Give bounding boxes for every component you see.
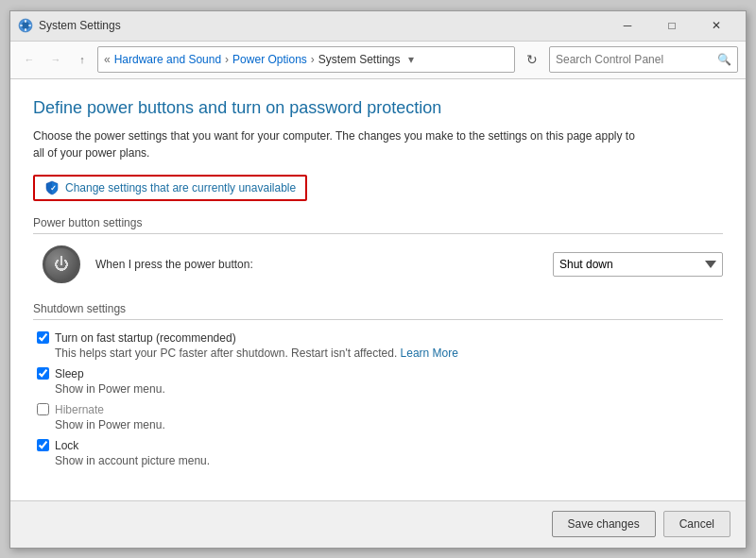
footer: Save changes Cancel (10, 500, 746, 548)
lock-item: Lock Show in account picture menu. (33, 439, 723, 467)
lock-sublabel: Show in account picture menu. (37, 454, 723, 467)
svg-point-1 (22, 22, 29, 29)
window-controls: ─ □ ✕ (606, 10, 738, 41)
lock-label: Lock (55, 439, 78, 452)
power-action-dropdown[interactable]: Shut down Sleep Hibernate Turn off the d… (553, 252, 723, 277)
sleep-label: Sleep (55, 367, 84, 380)
save-changes-button[interactable]: Save changes (552, 511, 656, 537)
back-button[interactable]: ← (18, 48, 41, 71)
content-area: Define power buttons and turn on passwor… (10, 79, 746, 500)
minimize-button[interactable]: ─ (606, 10, 649, 41)
power-button-section-header: Power button settings (33, 216, 723, 234)
refresh-button[interactable]: ↻ (519, 46, 545, 73)
svg-rect-3 (25, 28, 26, 31)
close-button[interactable]: ✕ (695, 10, 738, 41)
cancel-button[interactable]: Cancel (663, 511, 730, 537)
svg-rect-5 (28, 25, 31, 26)
fast-startup-checkbox[interactable] (37, 331, 49, 344)
shutdown-section: Shutdown settings Turn on fast startup (… (33, 302, 723, 467)
power-button-section: Power button settings ⏻ When I press the… (33, 216, 723, 283)
fast-startup-sublabel: This helps start your PC faster after sh… (37, 347, 723, 360)
power-icon: ⏻ (43, 245, 80, 283)
search-input[interactable] (556, 53, 717, 66)
maximize-button[interactable]: □ (650, 10, 694, 41)
hibernate-row: Hibernate (37, 403, 723, 416)
breadcrumb-prefix: « (104, 53, 111, 66)
window-title: System Settings (39, 19, 606, 32)
power-button-row: ⏻ When I press the power button: Shut do… (33, 245, 723, 283)
hibernate-item: Hibernate Show in Power menu. (33, 403, 723, 431)
power-button-label: When I press the power button: (95, 258, 538, 271)
search-box: 🔍 (549, 46, 738, 73)
sleep-checkbox[interactable] (37, 367, 49, 380)
breadcrumb-sep1: › (225, 53, 229, 66)
search-icon: 🔍 (717, 53, 731, 66)
shield-icon: ✓ (44, 180, 60, 195)
hibernate-checkbox[interactable] (37, 403, 49, 415)
breadcrumb-dropdown-arrow[interactable]: ▾ (408, 53, 414, 66)
learn-more-link[interactable]: Learn More (401, 347, 458, 360)
power-symbol: ⏻ (54, 257, 69, 272)
breadcrumb-hardware-sound[interactable]: Hardware and Sound (114, 53, 221, 66)
title-bar: System Settings ─ □ ✕ (10, 11, 746, 42)
shutdown-section-header: Shutdown settings (33, 302, 723, 320)
address-bar: ← → ↑ « Hardware and Sound › Power Optio… (10, 42, 746, 79)
hibernate-label: Hibernate (55, 403, 104, 416)
svg-text:✓: ✓ (50, 184, 57, 193)
breadcrumb-sep2: › (311, 53, 315, 66)
sleep-sublabel: Show in Power menu. (37, 382, 723, 396)
page-title: Define power buttons and turn on passwor… (33, 98, 723, 118)
svg-rect-4 (20, 25, 23, 26)
breadcrumb-current-page: System Settings (318, 53, 401, 66)
system-settings-window: System Settings ─ □ ✕ ← → ↑ « Hardware a… (9, 10, 747, 549)
breadcrumb-power-options[interactable]: Power Options (232, 53, 307, 66)
sleep-row: Sleep (37, 367, 723, 380)
hibernate-sublabel: Show in Power menu. (37, 418, 723, 431)
lock-checkbox[interactable] (37, 439, 49, 451)
svg-rect-2 (25, 20, 26, 23)
fast-startup-label: Turn on fast startup (recommended) (55, 331, 236, 345)
window-icon (18, 18, 33, 33)
up-button[interactable]: ↑ (71, 48, 94, 71)
change-settings-button[interactable]: ✓ Change settings that are currently una… (33, 175, 307, 201)
fast-startup-item: Turn on fast startup (recommended) This … (33, 331, 723, 360)
forward-button[interactable]: → (44, 48, 67, 71)
lock-row: Lock (37, 439, 723, 452)
fast-startup-row: Turn on fast startup (recommended) (37, 331, 723, 345)
change-settings-label: Change settings that are currently unava… (65, 181, 296, 194)
sleep-item: Sleep Show in Power menu. (33, 367, 723, 396)
breadcrumb: « Hardware and Sound › Power Options › S… (97, 46, 515, 73)
page-description: Choose the power settings that you want … (33, 127, 638, 161)
